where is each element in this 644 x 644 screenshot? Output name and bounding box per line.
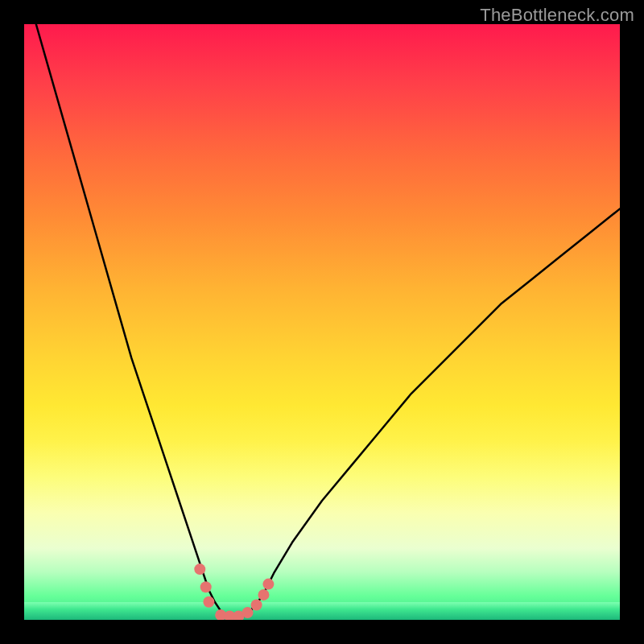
optimal-dot bbox=[203, 597, 214, 608]
bottleneck-curve-path bbox=[36, 24, 620, 618]
watermark-text: TheBottleneck.com bbox=[480, 5, 634, 26]
optimal-dot bbox=[258, 589, 269, 601]
optimal-dot bbox=[262, 579, 274, 590]
optimal-dot bbox=[200, 581, 212, 592]
optimal-cluster-dots bbox=[194, 564, 274, 620]
optimal-dot bbox=[242, 607, 254, 618]
optimal-dot bbox=[194, 564, 205, 575]
optimal-dot bbox=[251, 600, 262, 611]
chart-frame: TheBottleneck.com bbox=[0, 0, 644, 644]
bottleneck-curve-svg bbox=[24, 24, 620, 620]
plot-area bbox=[24, 24, 620, 620]
